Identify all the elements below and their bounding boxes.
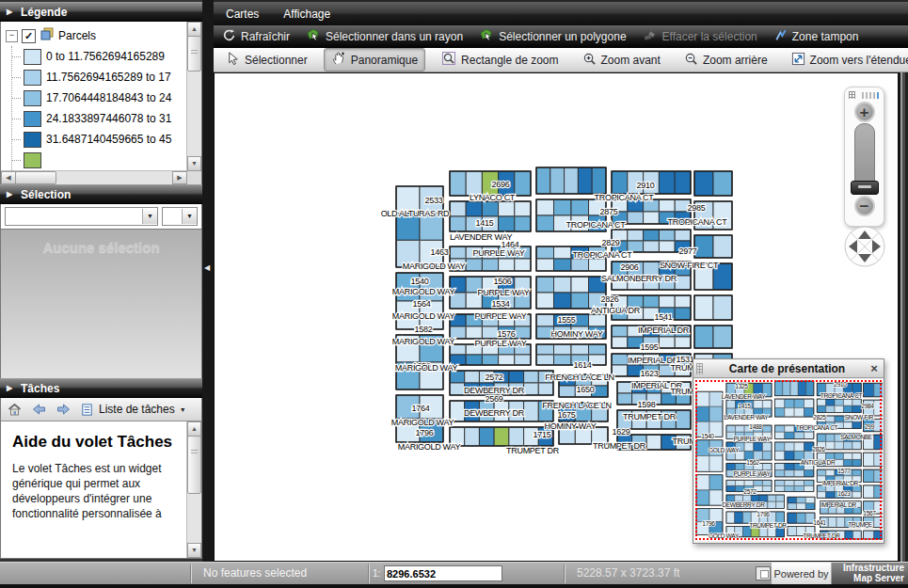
parcel[interactable] (450, 246, 466, 259)
parcel[interactable] (536, 314, 554, 326)
parcel[interactable] (494, 427, 509, 446)
overview-map[interactable]: 13252910LAVENDER WAYTROPICANA CT14152984… (694, 379, 883, 541)
parcel[interactable] (466, 326, 482, 339)
overview-close-button[interactable] (867, 361, 882, 375)
parcel[interactable] (612, 354, 628, 365)
parcel[interactable] (559, 386, 575, 397)
parcel[interactable] (675, 171, 691, 194)
zoom-out-button[interactable]: Zoom arrière (677, 49, 775, 72)
parcel[interactable] (592, 167, 606, 194)
parcel[interactable] (538, 383, 553, 395)
dropdown-arrow-icon[interactable] (142, 209, 157, 224)
map-viewport[interactable]: 2533OLD ALTURAS RD2696LYNACO CT2910TROPI… (214, 72, 899, 562)
menu-affichage[interactable]: Affichage (271, 3, 342, 25)
tree-expander-icon[interactable] (6, 30, 18, 42)
back-icon[interactable] (31, 402, 47, 417)
scroll-up-button[interactable] (187, 22, 201, 37)
parcel[interactable] (554, 199, 572, 215)
select-radius-button[interactable]: Sélectionner dans un rayon (306, 27, 463, 45)
parcel[interactable] (675, 308, 691, 320)
scroll-down-button[interactable] (187, 543, 201, 558)
refresh-button[interactable]: Rafraîchir (222, 28, 290, 45)
slider-zoom-out-button[interactable] (854, 196, 875, 216)
pan-rosette-control[interactable] (844, 226, 885, 267)
scroll-left-button[interactable] (1, 171, 16, 184)
select-tool-button[interactable]: Sélectionner (218, 49, 315, 72)
parcel[interactable] (589, 314, 607, 326)
parcel[interactable] (571, 199, 589, 215)
parcel[interactable] (450, 216, 466, 231)
parcel[interactable] (617, 393, 632, 405)
parcel[interactable] (536, 246, 554, 259)
parcel[interactable] (659, 171, 675, 194)
parcel[interactable] (482, 326, 498, 339)
parcels-checkbox[interactable] (22, 29, 36, 43)
parcel[interactable] (659, 295, 675, 308)
parcel[interactable] (694, 326, 713, 348)
parcel[interactable] (466, 259, 482, 271)
parcel[interactable] (644, 295, 660, 308)
parcel[interactable] (499, 355, 515, 365)
parcel[interactable] (536, 199, 554, 215)
sidebar-collapse-strip[interactable] (202, 0, 214, 562)
parcel[interactable] (515, 355, 531, 365)
parcel[interactable] (450, 383, 465, 395)
parcel[interactable] (676, 410, 691, 429)
parcel[interactable] (694, 171, 713, 196)
parcel[interactable] (571, 293, 589, 309)
scroll-right-button[interactable] (172, 171, 187, 184)
scroll-thumb[interactable] (187, 36, 201, 72)
forward-icon[interactable] (56, 402, 72, 417)
parcel[interactable] (536, 293, 554, 309)
parcel[interactable] (571, 259, 589, 271)
parcel[interactable] (659, 337, 675, 348)
parcel[interactable] (450, 201, 466, 216)
parcel[interactable] (646, 435, 661, 450)
home-icon[interactable] (7, 402, 23, 417)
parcel[interactable] (612, 326, 628, 337)
parcel[interactable] (515, 216, 531, 231)
parcel[interactable] (515, 201, 531, 216)
selection-layer-dropdown[interactable] (5, 207, 158, 226)
parcel[interactable] (536, 355, 554, 365)
parcel[interactable] (713, 295, 732, 320)
parcel[interactable] (524, 383, 539, 395)
parcel[interactable] (536, 277, 554, 293)
tasks-vertical-scrollbar[interactable] (186, 421, 201, 558)
parcel[interactable] (675, 337, 691, 348)
scroll-thumb[interactable] (15, 171, 56, 184)
zoom-extents-button[interactable]: Zoom vers l'étendue (784, 49, 908, 72)
overview-title-bar[interactable]: Carte de présentation (693, 359, 884, 378)
tasks-header[interactable]: Tâches (0, 378, 202, 398)
clear-selection-button[interactable]: Effacer la sélection (643, 27, 757, 45)
scroll-up-button[interactable] (187, 421, 201, 437)
window-icon[interactable] (756, 566, 771, 580)
legend-vertical-scrollbar[interactable] (186, 22, 201, 171)
parcel[interactable] (554, 344, 572, 355)
parcel[interactable] (466, 355, 482, 365)
parcel[interactable] (589, 259, 607, 271)
parcel[interactable] (499, 259, 515, 271)
parcel[interactable] (515, 326, 531, 339)
parcel[interactable] (465, 427, 480, 446)
parcel[interactable] (571, 277, 589, 293)
select-polygon-button[interactable]: Sélectionner un polygone (479, 27, 626, 45)
parcel[interactable] (659, 199, 675, 212)
parcel[interactable] (713, 171, 732, 196)
parcel[interactable] (499, 216, 515, 231)
parcel[interactable] (713, 326, 732, 348)
slider-zoom-in-button[interactable] (854, 102, 875, 122)
selection-page-dropdown[interactable] (162, 207, 198, 226)
parcel[interactable] (694, 235, 713, 258)
scroll-thumb[interactable] (187, 436, 201, 494)
view-extent-rectangle[interactable] (695, 380, 882, 540)
parcel[interactable] (675, 295, 691, 308)
slider-grip-icon[interactable] (849, 91, 855, 99)
selection-header[interactable]: Sélection (0, 184, 202, 204)
parcel[interactable] (644, 212, 660, 224)
zoom-in-button[interactable]: Zoom avant (575, 49, 668, 72)
parcel[interactable] (571, 344, 589, 355)
parcel[interactable] (628, 212, 644, 224)
parcel[interactable] (482, 259, 498, 271)
zoom-rectangle-button[interactable]: Rectangle de zoom (434, 48, 566, 72)
